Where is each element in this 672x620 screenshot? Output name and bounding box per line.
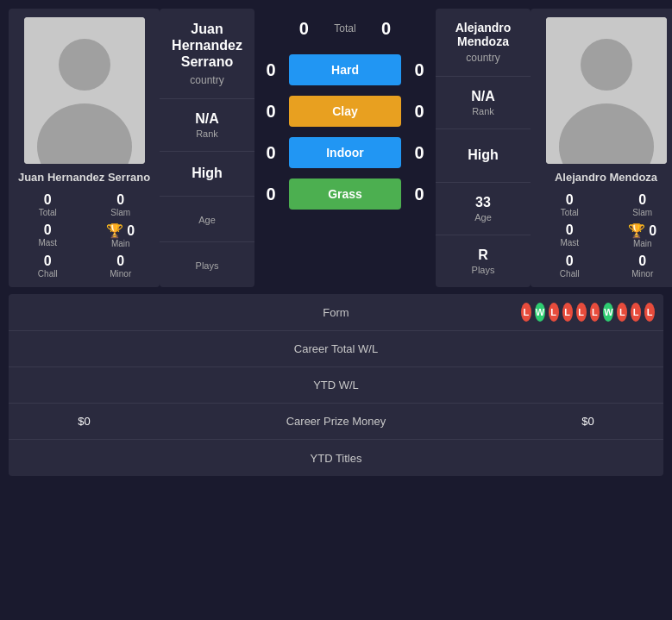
clay-row: 0 Clay 0 <box>258 91 432 131</box>
hard-label: Hard <box>331 63 359 77</box>
right-slam-label: Slam <box>632 208 652 217</box>
prize-right: $0 <box>512 406 663 436</box>
grass-right-score: 0 <box>406 185 432 204</box>
indoor-row: 0 Indoor 0 <box>258 133 432 172</box>
left-total-value: 0 <box>44 192 52 208</box>
total-left-score: 0 <box>291 19 317 39</box>
career-wl-row: Career Total W/L <box>9 331 663 367</box>
right-mast-value: 0 <box>566 222 574 238</box>
right-main-label: Main <box>633 239 652 248</box>
right-rank-label: Rank <box>472 106 494 116</box>
left-minor-stat: 0 Minor <box>91 254 152 279</box>
left-rank-value: N/A <box>195 111 219 127</box>
form-badge: W <box>603 303 613 322</box>
clay-right-score: 0 <box>406 102 432 122</box>
clay-label: Clay <box>332 104 358 118</box>
ytd-titles-left <box>9 449 160 467</box>
career-wl-label: Career Total W/L <box>160 334 512 364</box>
left-mast-label: Mast <box>38 238 57 247</box>
form-badge: L <box>549 303 559 322</box>
right-player-name-box: Alejandro Mendoza <box>443 21 524 48</box>
right-slam-value: 0 <box>638 192 646 208</box>
grass-row: 0 Grass 0 <box>258 174 432 214</box>
left-minor-label: Minor <box>110 269 131 279</box>
ytd-wl-left <box>9 377 160 394</box>
indoor-surface-btn[interactable]: Indoor <box>289 137 401 168</box>
left-high-box: High <box>160 152 254 197</box>
right-middle-stats: Alejandro Mendoza country N/A Rank High … <box>436 9 531 287</box>
left-country: country <box>190 74 223 86</box>
left-name-box: Juan Hernandez Serrano country <box>160 9 254 99</box>
hard-row: 0 Hard 0 <box>258 50 432 90</box>
right-chall-label: Chall <box>560 269 580 279</box>
left-rank-label: Rank <box>196 128 218 139</box>
clay-surface-btn[interactable]: Clay <box>289 96 401 127</box>
left-plays-label: Plays <box>196 260 219 271</box>
right-name-country-box: Alejandro Mendoza country <box>436 9 531 77</box>
left-high-value: High <box>192 166 223 181</box>
left-player-name: Juan Hernandez Serrano <box>18 171 150 184</box>
left-age-box: Age <box>160 197 254 242</box>
left-minor-value: 0 <box>116 254 124 269</box>
right-mast-stat: 0 Mast <box>539 222 600 248</box>
trophy-icon-right: 🏆 <box>628 222 645 239</box>
left-main-value: 0 <box>127 223 135 239</box>
ytd-titles-label: YTD Titles <box>160 443 512 473</box>
left-slam-value: 0 <box>116 192 124 208</box>
total-label: Total <box>334 22 355 34</box>
left-total-label: Total <box>39 208 57 217</box>
right-plays-box: R Plays <box>436 235 531 287</box>
right-total-label: Total <box>561 208 579 217</box>
right-chall-stat: 0 Chall <box>539 254 600 279</box>
trophy-icon-left: 🏆 <box>106 222 123 239</box>
right-total-stat: 0 Total <box>539 192 600 217</box>
right-player-card: Alejandro Mendoza 0 Total 0 Slam 0 Mast … <box>531 9 672 287</box>
indoor-label: Indoor <box>326 146 364 160</box>
grass-left-score: 0 <box>258 185 284 204</box>
right-stats-grid: 0 Total 0 Slam 0 Mast 🏆 0 Main <box>539 192 672 279</box>
form-badge: L <box>631 303 641 322</box>
right-rank-box: N/A Rank <box>436 77 531 129</box>
right-chall-value: 0 <box>566 254 574 269</box>
right-age-label: Age <box>474 212 492 222</box>
right-high-box: High <box>436 129 531 182</box>
total-row: 0 Total 0 <box>258 9 432 48</box>
career-wl-right <box>512 341 663 358</box>
right-main-value: 0 <box>649 223 656 239</box>
left-full-name-line1: Juan Hernandez <box>166 21 248 53</box>
left-mast-stat: 0 Mast <box>17 222 79 248</box>
right-plays-label: Plays <box>472 265 495 275</box>
left-player-avatar <box>24 17 145 164</box>
form-badges-container: LWLLLLWLLL <box>512 294 663 330</box>
left-main-label: Main <box>111 239 130 248</box>
left-age-label: Age <box>198 215 216 225</box>
form-badge: L <box>644 303 655 322</box>
hard-surface-btn[interactable]: Hard <box>289 54 401 85</box>
right-plays-value: R <box>478 247 488 263</box>
right-player-avatar <box>546 17 667 164</box>
right-player-name: Alejandro Mendoza <box>555 171 657 184</box>
left-stats-grid: 0 Total 0 Slam 0 Mast 🏆 0 Main <box>17 192 151 279</box>
form-left-placeholder <box>9 304 160 321</box>
left-chall-stat: 0 Chall <box>17 254 79 279</box>
ytd-wl-right <box>512 377 663 394</box>
left-total-stat: 0 Total <box>17 192 79 217</box>
right-mast-label: Mast <box>560 238 579 247</box>
grass-surface-btn[interactable]: Grass <box>289 178 401 210</box>
form-badge: L <box>617 303 627 322</box>
prize-row: $0 Career Prize Money $0 <box>9 404 663 440</box>
comparison-section: Juan Hernandez Serrano 0 Total 0 Slam 0 … <box>9 9 663 287</box>
career-wl-left <box>9 341 160 358</box>
indoor-right-score: 0 <box>406 143 432 163</box>
form-badge: W <box>535 303 545 322</box>
right-rank-value: N/A <box>471 89 495 104</box>
hard-right-score: 0 <box>406 60 432 80</box>
right-age-box: 33 Age <box>436 183 531 235</box>
svg-point-1 <box>59 39 110 91</box>
right-total-value: 0 <box>566 192 574 208</box>
left-middle-stats: Juan Hernandez Serrano country N/A Rank … <box>160 9 254 287</box>
right-minor-stat: 0 Minor <box>612 254 673 279</box>
left-plays-box: Plays <box>160 242 254 287</box>
left-main-stat: 🏆 0 Main <box>91 222 152 248</box>
total-right-score: 0 <box>374 19 399 39</box>
